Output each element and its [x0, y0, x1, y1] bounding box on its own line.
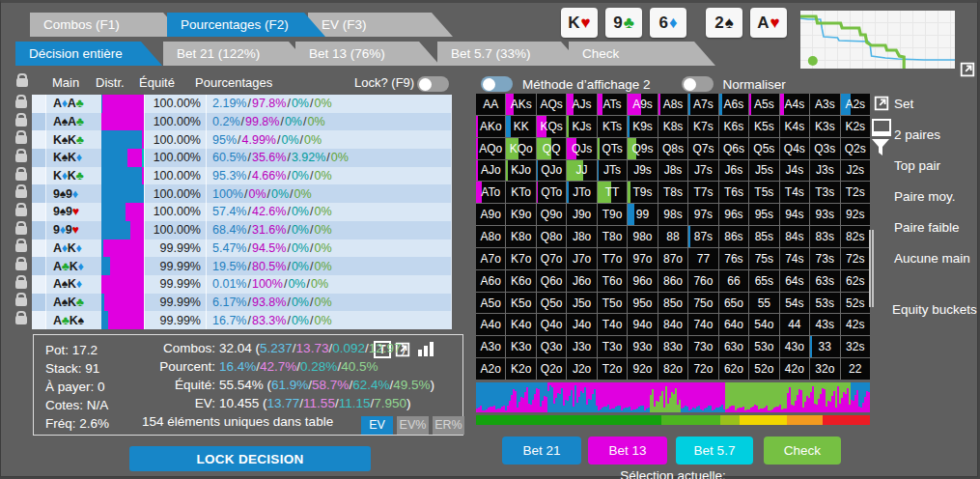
matrix-cell-J9s[interactable]: J9s — [628, 160, 657, 182]
matrix-cell-JTo[interactable]: JTo — [567, 182, 596, 203]
matrix-cell-KJs[interactable]: KJs — [567, 116, 596, 137]
hand-row-AdKd[interactable]: A♦K♦99.99%5.47%/94.5%/0%/0% — [32, 240, 451, 258]
hand-row-KsKd[interactable]: K♠K♦100.00%60.5%/35.6%/3.92%/0% — [32, 149, 451, 167]
matrix-cell-T7o[interactable]: T7o — [598, 248, 627, 269]
matrix-cell-54s[interactable]: 54s — [780, 293, 809, 314]
matrix-cell-A2o[interactable]: A2o — [476, 358, 505, 380]
matrix-cell-87o[interactable]: 87o — [658, 248, 687, 269]
matrix-cell-J7s[interactable]: J7s — [688, 160, 717, 182]
matrix-cell-52o[interactable]: 52o — [749, 358, 778, 380]
matrix-cell-J5o[interactable]: J5o — [567, 293, 596, 314]
matrix-cell-53s[interactable]: 53s — [810, 293, 839, 314]
matrix-cell-65s[interactable]: 65s — [749, 270, 778, 292]
matrix-cell-K2o[interactable]: K2o — [506, 358, 535, 380]
matrix-cell-22[interactable]: 22 — [841, 358, 870, 380]
matrix-cell-T3o[interactable]: T3o — [598, 336, 627, 357]
tab-pourcentages-f2[interactable]: Pourcentages (F2) — [167, 13, 325, 37]
matrix-cell-93o[interactable]: 93o — [628, 336, 657, 357]
matrix-cell-62s[interactable]: 62s — [841, 270, 870, 292]
action-button-bet-21[interactable]: Bet 21 — [502, 437, 581, 465]
matrix-cell-T8s[interactable]: T8s — [658, 182, 687, 203]
tab-ev-f3[interactable]: EV (F3) — [308, 13, 453, 37]
matrix-cell-63o[interactable]: 63o — [719, 336, 748, 357]
normalize-toggle[interactable] — [682, 76, 714, 92]
matrix-cell-93s[interactable]: 93s — [810, 204, 839, 225]
matrix-cell-TT[interactable]: TT — [598, 182, 627, 203]
action-button-bet-13[interactable]: Bet 13 — [588, 437, 667, 465]
matrix-cell-KTo[interactable]: KTo — [506, 182, 535, 203]
matrix-cell-J2o[interactable]: J2o — [567, 358, 596, 380]
matrix-cell-A6s[interactable]: A6s — [719, 94, 748, 115]
matrix-cell-73s[interactable]: 73s — [810, 248, 839, 269]
matrix-cell-Q5o[interactable]: Q5o — [537, 293, 566, 314]
matrix-cell-Q7o[interactable]: Q7o — [537, 248, 566, 269]
matrix-cell-T3s[interactable]: T3s — [810, 182, 839, 203]
matrix-cell-86o[interactable]: 86o — [658, 270, 687, 292]
matrix-cell-K4o[interactable]: K4o — [506, 314, 535, 335]
matrix-cell-A5o[interactable]: A5o — [476, 293, 505, 314]
toggle-ev[interactable]: EV% — [397, 416, 429, 435]
matrix-cell-T9s[interactable]: T9s — [628, 182, 657, 203]
matrix-cell-A9o[interactable]: A9o — [476, 204, 505, 225]
matrix-cell-J3s[interactable]: J3s — [810, 160, 839, 182]
matrix-cell-AQo[interactable]: AQo — [476, 138, 505, 159]
tab-d-cision-enti-re[interactable]: Décision entière — [15, 42, 162, 66]
matrix-cell-QJs[interactable]: QJs — [567, 138, 596, 159]
matrix-cell-K8s[interactable]: K8s — [658, 116, 687, 137]
matrix-cell-75o[interactable]: 75o — [688, 293, 717, 314]
matrix-cell-83s[interactable]: 83s — [810, 226, 839, 247]
matrix-cell-T5s[interactable]: T5s — [749, 182, 778, 203]
matrix-cell-83o[interactable]: 83o — [658, 336, 687, 357]
row-lock-button[interactable] — [11, 275, 32, 294]
matrix-cell-A8o[interactable]: A8o — [476, 226, 505, 247]
matrix-cell-Q6s[interactable]: Q6s — [719, 138, 748, 159]
matrix-cell-K4s[interactable]: K4s — [780, 116, 809, 137]
matrix-cell-66[interactable]: 66 — [719, 270, 748, 292]
row-lock-button[interactable] — [11, 167, 32, 185]
matrix-cell-85s[interactable]: 85s — [749, 226, 778, 247]
matrix-cell-A4s[interactable]: A4s — [780, 94, 809, 115]
matrix-cell-T4o[interactable]: T4o — [598, 314, 627, 335]
matrix-cell-J6s[interactable]: J6s — [719, 160, 748, 182]
matrix-cell-Q9o[interactable]: Q9o — [537, 204, 566, 225]
matrix-cell-65o[interactable]: 65o — [719, 293, 748, 314]
action-button-check[interactable]: Check — [764, 437, 841, 465]
matrix-cell-J4o[interactable]: J4o — [567, 314, 596, 335]
row-lock-button[interactable] — [11, 240, 32, 258]
hand-row-AcKs[interactable]: A♣K♠99.99%16.7%/83.3%/0%/0% — [32, 311, 451, 329]
matrix-cell-32s[interactable]: 32s — [841, 336, 870, 357]
matrix-cell-74s[interactable]: 74s — [780, 248, 809, 269]
hand-row-AsAc[interactable]: A♠A♣100.00%0.2%/99.8%/0%/0% — [32, 113, 451, 131]
matrix-cell-AJs[interactable]: AJs — [567, 94, 596, 115]
display-method-toggle[interactable] — [481, 76, 513, 92]
matrix-cell-Q4s[interactable]: Q4s — [780, 138, 809, 159]
matrix-cell-K9s[interactable]: K9s — [628, 116, 657, 137]
matrix-cell-53o[interactable]: 53o — [749, 336, 778, 357]
matrix-cell-A5s[interactable]: A5s — [749, 94, 778, 115]
matrix-cell-KQs[interactable]: KQs — [537, 116, 566, 137]
matrix-cell-J9o[interactable]: J9o — [567, 204, 596, 225]
matrix-cell-AKs[interactable]: AKs — [506, 94, 535, 115]
matrix-cell-Q7s[interactable]: Q7s — [688, 138, 717, 159]
matrix-cell-96o[interactable]: 96o — [628, 270, 657, 292]
lock-decision-button[interactable]: LOCK DECISION — [129, 446, 371, 471]
matrix-cell-Q3o[interactable]: Q3o — [537, 336, 566, 357]
matrix-cell-A3o[interactable]: A3o — [476, 336, 505, 357]
matrix-cell-J5s[interactable]: J5s — [749, 160, 778, 182]
matrix-cell-K5o[interactable]: K5o — [506, 293, 535, 314]
row-lock-button[interactable] — [11, 113, 32, 131]
hand-row-9s9d[interactable]: 9♠9♦100.00%100%/0%/0%/0% — [32, 184, 451, 203]
matrix-cell-T8o[interactable]: T8o — [598, 226, 627, 247]
matrix-cell-Q8s[interactable]: Q8s — [658, 138, 687, 159]
hand-row-KsKc[interactable]: K♠K♣100.00%95%/4.99%/0%/0% — [32, 130, 451, 149]
matrix-cell-K8o[interactable]: K8o — [506, 226, 535, 247]
filter-icon[interactable] — [872, 139, 889, 159]
matrix-cell-77[interactable]: 77 — [688, 248, 717, 269]
matrix-cell-99[interactable]: 99 — [628, 204, 657, 225]
matrix-cell-Q3s[interactable]: Q3s — [810, 138, 839, 159]
chart-bars-icon[interactable] — [416, 341, 434, 358]
matrix-cell-Q2s[interactable]: Q2s — [841, 138, 870, 159]
matrix-cell-ATo[interactable]: ATo — [476, 182, 505, 203]
matrix-cell-A4o[interactable]: A4o — [476, 314, 505, 335]
hand-row-AcKd[interactable]: A♣K♦99.99%19.5%/80.5%/0%/0% — [32, 257, 451, 275]
